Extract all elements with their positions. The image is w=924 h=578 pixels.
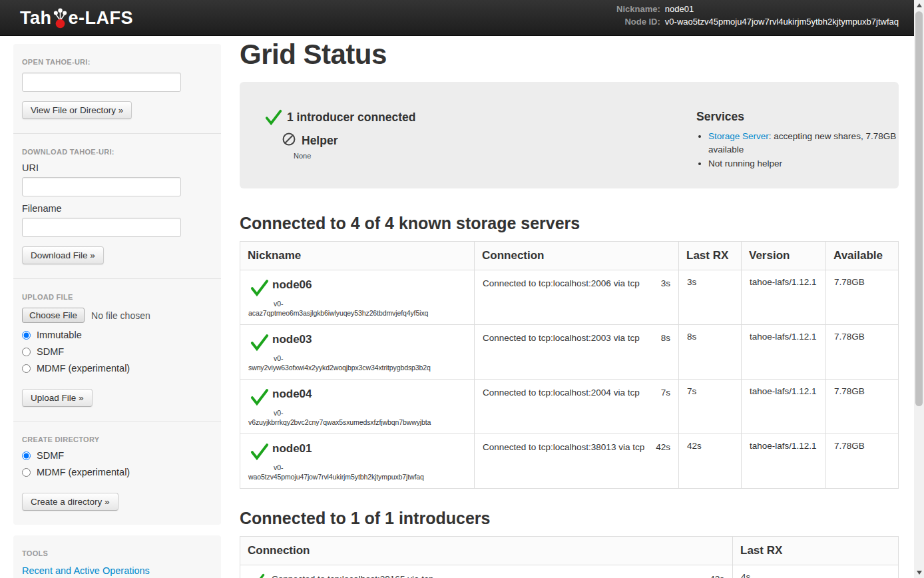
connection-summary: 1 introducer connected Helper None: [264, 109, 416, 160]
introducer-status-row: 1 introducer connected: [264, 109, 416, 129]
open-uri-input[interactable]: [22, 73, 181, 92]
introducers-table-body: Connected to tcp:localhost:39165 via tcp…: [240, 565, 899, 578]
version-cell: tahoe-lafs/1.12.1: [742, 270, 826, 325]
connection-cell: Connected to tcp:localhost:2006 via tcp …: [475, 270, 679, 325]
open-uri-section: OPEN TAHOE-URI: View File or Directory »: [13, 44, 221, 133]
connection-text: Connected to tcp:localhost:2004 via tcp: [483, 388, 640, 398]
tools-section: TOOLS Recent and Active Operations: [13, 535, 221, 578]
node-info: Nickname: node01 Node ID: v0-wao5tzv45pm…: [616, 4, 899, 27]
nickname-cell: node04 v0- v6zuyjkbrrkqy2bvc2cny7qwax5sx…: [240, 380, 475, 434]
download-file-button[interactable]: Download File »: [22, 246, 104, 264]
create-directory-button[interactable]: Create a directory »: [22, 493, 118, 511]
view-file-button[interactable]: View File or Directory »: [22, 101, 132, 119]
brand-text-pre: Tah: [20, 6, 52, 30]
sidebar: OPEN TAHOE-URI: View File or Directory »…: [13, 44, 221, 578]
version-cell: tahoe-lafs/1.12.1: [742, 434, 826, 489]
upload-file-label: UPLOAD FILE: [22, 293, 212, 301]
server-id-hash: swny2viyw63ofxwi4x2yykd2woqjbpx3cw34xtri…: [248, 363, 466, 372]
services-panel: Services Storage Server: accepting new s…: [696, 110, 916, 172]
introducers-table: Connection Last RX Connected to tcp:loca…: [240, 536, 899, 578]
radio-upload-format-0[interactable]: [22, 331, 31, 340]
services-list: Storage Server: accepting new shares, 7.…: [696, 130, 916, 170]
last-rx-cell: 42s: [679, 434, 742, 489]
server-id-prefix: v0-: [274, 354, 466, 363]
radio-option-mkdir-format-0[interactable]: SDMF: [22, 450, 212, 461]
col-last-rx: Last RX: [679, 242, 742, 270]
radio-label: SDMF: [37, 346, 64, 357]
page-title: Grid Status: [240, 37, 899, 72]
radio-label: SDMF: [37, 450, 64, 461]
connection-cell: Connected to tcp:localhost:2003 via tcp …: [475, 325, 679, 380]
scrollbar-thumb[interactable]: [915, 11, 923, 406]
services-title: Services: [696, 110, 916, 124]
version-cell: tahoe-lafs/1.12.1: [742, 325, 826, 380]
server-nickname: node06: [272, 277, 312, 293]
col-connection: Connection: [475, 242, 679, 270]
connected-duration: 3s: [661, 278, 670, 288]
connection-text: Connected to tcp:localhost:2003 via tcp: [483, 333, 640, 343]
upload-file-section: UPLOAD FILE Choose File No file chosen I…: [13, 278, 221, 421]
available-cell: 7.78GB: [826, 270, 899, 325]
introducer-last-rx-cell: 4s: [733, 565, 899, 578]
connection-cell: Connected to tcp:localhost:2004 via tcp …: [475, 380, 679, 434]
create-directory-section: CREATE DIRECTORY SDMFMDMF (experimental)…: [13, 421, 221, 525]
nickname-value: node01: [665, 4, 899, 15]
nickname-label: Nickname:: [616, 4, 660, 15]
file-picker: Choose File No file chosen: [22, 308, 212, 323]
sidebar-forms-panel: OPEN TAHOE-URI: View File or Directory »…: [13, 44, 221, 525]
service-item: Not running helper: [708, 157, 916, 170]
radio-label: Immutable: [37, 330, 82, 340]
upload-format-radios: ImmutableSDMFMDMF (experimental): [22, 330, 212, 374]
node-id-label: Node ID:: [616, 17, 660, 27]
download-filename-input[interactable]: [22, 218, 181, 237]
col-nickname: Nickname: [240, 242, 475, 270]
recent-operations-link[interactable]: Recent and Active Operations: [22, 565, 150, 576]
download-uri-input[interactable]: [22, 177, 181, 196]
last-rx-cell: 8s: [679, 325, 742, 380]
introducer-status-text: 1 introducer connected: [287, 109, 416, 126]
tahoe-lafs-logo: Tah e-LAFS: [20, 6, 133, 30]
col-intro-last-rx: Last RX: [733, 537, 899, 565]
connection-text: Connected to tcp:localhost:38013 via tcp: [483, 442, 644, 452]
radio-option-upload-format-2[interactable]: MDMF (experimental): [22, 363, 212, 374]
storage-servers-heading: Connected to 4 of 4 known storage server…: [240, 214, 899, 233]
grid-summary-panel: 1 introducer connected Helper None Servi…: [240, 82, 899, 188]
connected-check-icon: [248, 572, 266, 578]
connected-duration: 8s: [661, 333, 670, 343]
download-uri-label: DOWNLOAD TAHOE-URI:: [22, 148, 212, 156]
scroll-down-arrow-icon[interactable]: [917, 571, 922, 575]
storage-table-header-row: Nickname Connection Last RX Version Avai…: [240, 242, 899, 270]
col-intro-connection: Connection: [240, 537, 733, 565]
radio-option-mkdir-format-1[interactable]: MDMF (experimental): [22, 467, 212, 477]
radio-option-upload-format-1[interactable]: SDMF: [22, 346, 212, 357]
tools-panel: TOOLS Recent and Active Operations: [13, 535, 221, 578]
connected-check-icon: [248, 386, 272, 408]
server-id-prefix: v0-: [274, 463, 466, 472]
choose-file-button[interactable]: Choose File: [22, 308, 85, 323]
main-content: Grid Status 1 introducer connected Helpe…: [240, 37, 899, 578]
available-cell: 7.78GB: [826, 380, 899, 434]
radio-upload-format-1[interactable]: [22, 348, 31, 356]
radio-option-upload-format-0[interactable]: Immutable: [22, 330, 212, 340]
storage-server-link[interactable]: Storage Server: [708, 131, 769, 141]
connected-check-icon: [264, 109, 283, 129]
vertical-scrollbar[interactable]: [914, 0, 924, 578]
berry-icon: [53, 6, 68, 30]
radio-mkdir-format-0[interactable]: [22, 451, 31, 460]
server-id-hash: wao5tzv45pmoju47jow7rvl4ukirjm5ytbh2kjty…: [248, 472, 466, 481]
brand-text-post: e-LAFS: [69, 6, 134, 30]
storage-servers-table: Nickname Connection Last RX Version Avai…: [240, 241, 899, 489]
nickname-cell: node03 v0- swny2viyw63ofxwi4x2yykd2woqjb…: [240, 325, 475, 380]
radio-upload-format-2[interactable]: [22, 364, 31, 373]
mkdir-format-radios: SDMFMDMF (experimental): [22, 450, 212, 477]
uri-field-label: URI: [22, 162, 212, 173]
introducer-row: Connected to tcp:localhost:39165 via tcp…: [240, 565, 899, 578]
last-rx-cell: 7s: [679, 380, 742, 434]
server-nickname: node03: [272, 332, 312, 348]
page: Tah e-LAFS Nickname: node01 Node ID: v0-…: [0, 0, 924, 578]
scroll-up-arrow-icon[interactable]: [917, 3, 922, 7]
radio-mkdir-format-1[interactable]: [22, 468, 31, 477]
version-cell: tahoe-lafs/1.12.1: [742, 380, 826, 434]
upload-file-button[interactable]: Upload File »: [22, 389, 93, 407]
radio-label: MDMF (experimental): [37, 363, 130, 374]
